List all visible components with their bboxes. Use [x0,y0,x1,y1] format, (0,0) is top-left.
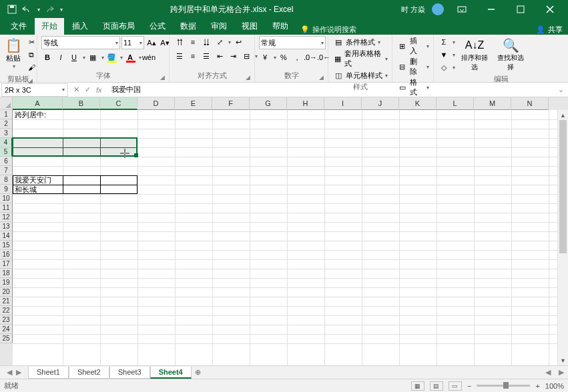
format-painter-icon[interactable]: 🖌 [25,61,37,73]
vertical-scrollbar[interactable]: ▲ ▼ [557,110,568,365]
number-launcher[interactable]: ◢ [319,74,324,81]
col-header-H[interactable]: H [287,97,324,110]
row-header-25[interactable]: 25 [0,334,13,343]
sheet-nav[interactable]: ◀▶ [0,368,28,377]
row-header-4[interactable]: 4 [0,138,13,147]
row-header-12[interactable]: 12 [0,213,13,222]
row-header-16[interactable]: 16 [0,250,13,259]
enter-formula-icon[interactable]: ✓ [85,85,91,94]
undo-icon[interactable] [21,4,32,15]
scroll-thumb[interactable] [559,120,567,253]
sheet-tab-sheet1[interactable]: Sheet1 [28,367,69,379]
fill-button[interactable]: ▼▾ [438,49,455,61]
col-header-D[interactable]: D [137,97,175,110]
row-header-13[interactable]: 13 [0,222,13,231]
scroll-up-icon[interactable]: ▲ [558,110,568,120]
bold-button[interactable]: B [41,51,53,63]
cells-grid[interactable]: 跨列居中:我爱中国我爱天安门和长城 [13,110,568,379]
font-color-button[interactable]: A [124,51,136,63]
row-header-15[interactable]: 15 [0,241,13,250]
borders-button[interactable]: ▦ [87,51,99,63]
fx-icon[interactable]: fx [96,86,102,94]
number-format-combo[interactable]: 常规▾ [259,36,326,49]
row-header-24[interactable]: 24 [0,325,13,334]
tab-file[interactable]: 文件 [4,18,33,35]
tab-data[interactable]: 数据 [174,18,203,35]
row-header-10[interactable]: 10 [0,194,13,203]
col-header-C[interactable]: C [100,97,137,110]
row-header-9[interactable]: 9 [0,185,13,194]
row-header-14[interactable]: 14 [0,231,13,241]
tab-home[interactable]: 开始 [35,18,64,35]
page-layout-view-icon[interactable]: ▤ [430,381,443,391]
tell-me[interactable]: 💡操作说明搜索 [300,25,356,35]
fill-handle[interactable] [134,153,138,157]
row-header-20[interactable]: 20 [0,287,13,297]
ribbon-options-icon[interactable] [451,3,473,16]
italic-button[interactable]: I [55,51,67,63]
accounting-format-icon[interactable]: ¥ [259,51,271,63]
row-header-23[interactable]: 23 [0,315,13,325]
tab-help[interactable]: 帮助 [266,18,295,35]
sheet-prev-icon[interactable]: ◀ [7,368,12,377]
cell-styles-button[interactable]: ◫单元格样式▾ [332,69,388,81]
row-header-5[interactable]: 5 [0,147,13,157]
zoom-in-icon[interactable]: + [535,382,539,390]
col-header-F[interactable]: F [212,97,250,110]
sheet-tab-sheet4[interactable]: Sheet4 [150,367,192,379]
clipboard-launcher[interactable]: ◢ [28,77,33,84]
cancel-formula-icon[interactable]: ✕ [73,85,79,94]
align-center-icon[interactable]: ≡ [187,50,199,62]
close-button[interactable] [539,3,561,16]
row-header-22[interactable]: 22 [0,306,13,315]
percent-format-icon[interactable]: % [278,51,290,63]
insert-cells-button[interactable]: ⊞插入▾ [396,36,429,56]
tab-layout[interactable]: 页面布局 [96,18,141,35]
sheet-next-icon[interactable]: ▶ [16,368,21,377]
formula-expand-icon[interactable]: ⌄ [554,85,568,94]
maximize-button[interactable] [509,3,532,16]
minimize-button[interactable] [480,3,503,16]
page-break-view-icon[interactable]: ▭ [449,381,462,391]
indent-increase-icon[interactable]: ⇥ [227,50,239,62]
indent-decrease-icon[interactable]: ⇤ [214,50,226,62]
tab-insert[interactable]: 插入 [65,18,95,35]
row-header-3[interactable]: 3 [0,129,13,138]
cell-A1[interactable]: 跨列居中: [13,110,46,119]
cut-icon[interactable]: ✂ [25,36,37,48]
phonetic-button[interactable]: wén [143,51,155,63]
orientation-icon[interactable]: ⤢ [214,36,226,48]
col-header-A[interactable]: A [13,97,63,110]
col-header-K[interactable]: K [399,97,437,110]
hscroll-left-icon[interactable]: ◀ [541,368,555,377]
copy-icon[interactable]: ⧉ [25,49,37,61]
row-header-18[interactable]: 18 [0,269,13,278]
normal-view-icon[interactable]: ▦ [411,381,424,391]
tab-formulas[interactable]: 公式 [143,18,172,35]
row-header-6[interactable]: 6 [0,157,13,166]
sheet-tab-sheet3[interactable]: Sheet3 [109,367,150,379]
row-header-21[interactable]: 21 [0,297,13,306]
row-header-11[interactable]: 11 [0,203,13,213]
conditional-format-button[interactable]: ▤条件格式▾ [332,36,380,48]
formula-bar[interactable]: 我爱中国 [107,85,554,95]
col-header-M[interactable]: M [474,97,511,110]
col-header-N[interactable]: N [511,97,549,110]
autosum-button[interactable]: Σ▾ [438,36,455,48]
font-size-combo[interactable]: 11▾ [121,36,144,49]
hscroll-right-icon[interactable]: ▶ [555,368,568,377]
tab-review[interactable]: 审阅 [204,18,234,35]
row-header-1[interactable]: 1 [0,110,13,119]
align-bottom-icon[interactable]: ⮇ [200,36,212,48]
align-launcher[interactable]: ◢ [246,74,250,81]
col-header-L[interactable]: L [437,97,474,110]
align-left-icon[interactable]: ☰ [174,50,186,62]
align-right-icon[interactable]: ☰ [200,50,212,62]
comma-format-icon[interactable]: , [291,51,303,63]
zoom-slider[interactable] [477,385,530,387]
col-header-E[interactable]: E [175,97,212,110]
col-header-I[interactable]: I [324,97,362,110]
horizontal-scrollbar[interactable] [212,368,528,377]
find-select-button[interactable]: 🔍 查找和选择 [494,36,527,73]
sort-filter-button[interactable]: A↓Z 排序和筛选 [458,36,491,73]
